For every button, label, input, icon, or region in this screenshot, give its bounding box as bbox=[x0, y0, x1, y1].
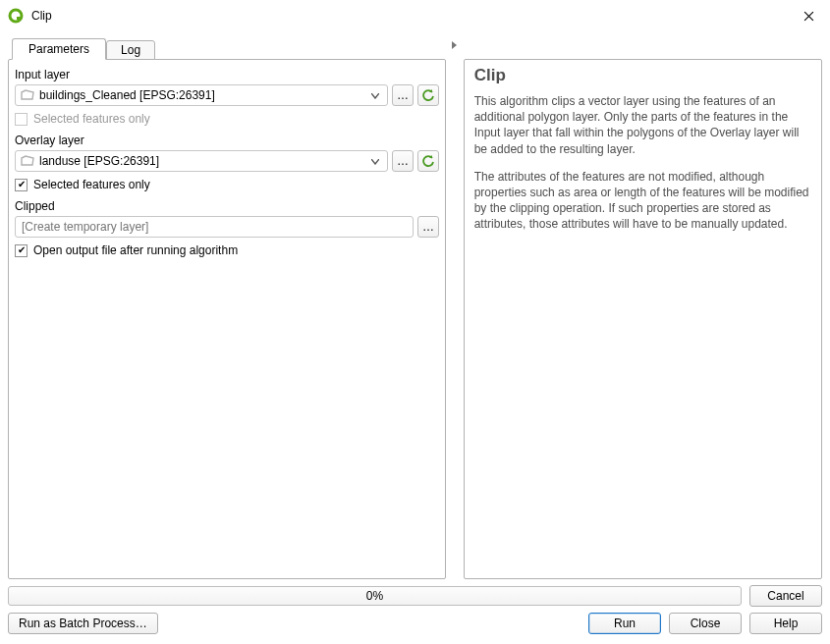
svg-rect-1 bbox=[17, 17, 22, 20]
refresh-icon bbox=[421, 88, 435, 102]
ellipsis-icon: … bbox=[397, 154, 409, 168]
left-column: Parameters Log Input layer buildings_Cle… bbox=[8, 37, 446, 579]
chevron-down-icon bbox=[367, 88, 383, 102]
button-label: Run as Batch Process… bbox=[19, 617, 147, 630]
button-label: Help bbox=[774, 617, 799, 630]
qgis-app-icon bbox=[8, 8, 24, 24]
open-output-row[interactable]: ✔ Open output file after running algorit… bbox=[15, 243, 439, 257]
overlay-layer-browse-button[interactable]: … bbox=[392, 150, 414, 172]
clipped-output-browse-button[interactable]: … bbox=[417, 216, 439, 238]
overlay-selected-only-label: Selected features only bbox=[33, 178, 150, 191]
tab-parameters[interactable]: Parameters bbox=[12, 38, 106, 60]
panel-collapse-handle[interactable] bbox=[450, 37, 460, 579]
input-layer-browse-button[interactable]: … bbox=[392, 84, 414, 106]
parameters-panel: Input layer buildings_Cleaned [EPSG:2639… bbox=[8, 59, 446, 579]
help-button[interactable]: Help bbox=[749, 613, 822, 634]
titlebar: Clip bbox=[0, 0, 830, 31]
ellipsis-icon: … bbox=[422, 220, 434, 234]
input-layer-combo[interactable]: buildings_Cleaned [EPSG:26391] bbox=[15, 84, 388, 106]
progress-text: 0% bbox=[366, 589, 383, 603]
input-selected-only-row: Selected features only bbox=[15, 112, 439, 126]
refresh-icon bbox=[421, 154, 435, 168]
button-label: Cancel bbox=[767, 589, 803, 603]
run-button[interactable]: Run bbox=[588, 613, 661, 634]
input-selected-only-label: Selected features only bbox=[33, 112, 150, 126]
cancel-button[interactable]: Cancel bbox=[749, 585, 822, 607]
overlay-selected-only-checkbox[interactable]: ✔ bbox=[15, 179, 28, 191]
input-selected-only-checkbox bbox=[15, 113, 28, 126]
dialog-footer: 0% Cancel Run as Batch Process… Run Clos… bbox=[0, 579, 830, 644]
run-batch-button[interactable]: Run as Batch Process… bbox=[8, 613, 158, 634]
svg-point-0 bbox=[10, 10, 22, 22]
tab-label: Parameters bbox=[28, 42, 89, 56]
overlay-layer-iterate-button[interactable] bbox=[417, 150, 439, 172]
dialog-window: Clip Parameters Log Input layer bbox=[0, 0, 830, 644]
clipped-placeholder: [Create temporary layer] bbox=[22, 220, 148, 234]
tab-log[interactable]: Log bbox=[106, 40, 155, 60]
clipped-label: Clipped bbox=[15, 199, 439, 213]
overlay-selected-only-row[interactable]: ✔ Selected features only bbox=[15, 178, 439, 191]
input-layer-value: buildings_Cleaned [EPSG:26391] bbox=[39, 88, 367, 102]
polygon-layer-icon bbox=[20, 155, 35, 167]
overlay-layer-value: landuse [EPSG:26391] bbox=[39, 154, 367, 168]
dialog-body: Parameters Log Input layer buildings_Cle… bbox=[0, 31, 830, 579]
window-title: Clip bbox=[31, 9, 787, 23]
overlay-layer-combo[interactable]: landuse [EPSG:26391] bbox=[15, 150, 388, 172]
button-label: Close bbox=[691, 617, 721, 630]
tab-label: Log bbox=[121, 43, 140, 57]
close-button[interactable]: Close bbox=[669, 613, 742, 634]
help-paragraph: This algorithm clips a vector layer usin… bbox=[474, 93, 811, 157]
open-output-checkbox[interactable]: ✔ bbox=[15, 244, 28, 257]
chevron-down-icon bbox=[367, 154, 383, 168]
clipped-output-input[interactable]: [Create temporary layer] bbox=[15, 216, 414, 238]
overlay-layer-label: Overlay layer bbox=[15, 134, 439, 147]
window-close-button[interactable] bbox=[787, 1, 830, 30]
tab-bar: Parameters Log bbox=[8, 37, 446, 59]
ellipsis-icon: … bbox=[397, 88, 409, 102]
open-output-label: Open output file after running algorithm bbox=[33, 243, 238, 257]
input-layer-label: Input layer bbox=[15, 68, 439, 81]
progress-bar: 0% bbox=[8, 586, 742, 606]
help-panel: Clip This algorithm clips a vector layer… bbox=[464, 59, 822, 579]
input-layer-iterate-button[interactable] bbox=[417, 84, 439, 106]
help-paragraph: The attributes of the features are not m… bbox=[474, 169, 811, 233]
button-label: Run bbox=[614, 617, 636, 630]
polygon-layer-icon bbox=[20, 89, 35, 101]
help-title: Clip bbox=[474, 66, 811, 85]
